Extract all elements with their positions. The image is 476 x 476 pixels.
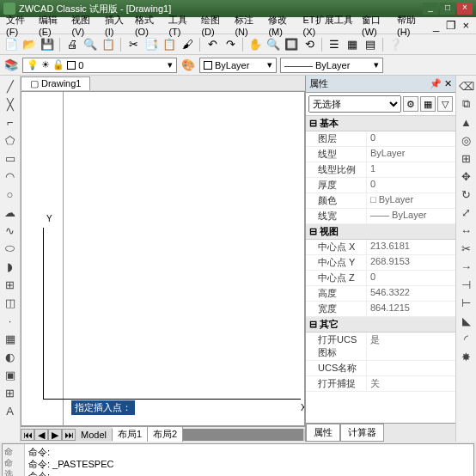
layer-combo[interactable]: 💡 ☀ 🔓 0 ▾ bbox=[22, 58, 177, 73]
menu-et-tools[interactable]: ET扩展工具(X) bbox=[300, 12, 357, 39]
prop-value[interactable]: 0 bbox=[366, 271, 455, 285]
publish-icon[interactable]: 📋 bbox=[101, 37, 116, 52]
point-icon[interactable]: · bbox=[2, 312, 19, 329]
hscroll-thumb[interactable] bbox=[183, 429, 303, 441]
arc-icon[interactable]: ◠ bbox=[2, 168, 19, 185]
prop-value[interactable]: □ ByLayer bbox=[366, 193, 455, 208]
rotate-icon[interactable]: ↻ bbox=[458, 186, 475, 203]
prop-value[interactable]: 1 bbox=[366, 162, 455, 177]
pan-icon[interactable]: ✋ bbox=[247, 37, 263, 52]
color-combo[interactable]: ByLayer ▾ bbox=[199, 58, 277, 73]
tool-palette-icon[interactable]: ▤ bbox=[363, 37, 378, 52]
drawing-canvas[interactable]: Y X 指定插入点： bbox=[21, 91, 305, 426]
doc-close-button[interactable]: × bbox=[460, 18, 473, 34]
circle-icon[interactable]: ○ bbox=[2, 186, 19, 203]
hatch-icon[interactable]: ▦ bbox=[2, 330, 19, 347]
polyline-icon[interactable]: ⌐ bbox=[2, 113, 19, 131]
tab-properties[interactable]: 属性 bbox=[306, 424, 340, 442]
prop-row[interactable]: 中心点 X213.6181 bbox=[306, 240, 455, 255]
prop-group[interactable]: ⊟ 其它 bbox=[306, 317, 455, 333]
next-tab-button[interactable]: ▶ bbox=[48, 429, 62, 441]
spline-icon[interactable]: ∿ bbox=[2, 222, 19, 239]
help-icon[interactable]: ❔ bbox=[388, 37, 403, 52]
menu-tools[interactable]: 工具(T) bbox=[166, 12, 197, 39]
doc-restore-button[interactable]: ❐ bbox=[444, 18, 457, 34]
line-icon[interactable]: ╱ bbox=[2, 77, 19, 95]
prop-value[interactable]: ByLayer bbox=[366, 147, 455, 162]
break-icon[interactable]: ⊣ bbox=[458, 276, 475, 293]
prop-value[interactable]: 是 bbox=[366, 333, 455, 360]
array-icon[interactable]: ⊞ bbox=[458, 150, 475, 167]
properties-grid[interactable]: ⊟ 基本图层0线型ByLayer线型比例1厚度0颜色□ ByLayer线宽—— … bbox=[306, 116, 455, 423]
prop-value[interactable]: 213.6181 bbox=[366, 240, 455, 254]
move-icon[interactable]: ✥ bbox=[458, 168, 475, 185]
prop-row[interactable]: 宽度864.1215 bbox=[306, 302, 455, 317]
revcloud-icon[interactable]: ☁ bbox=[2, 204, 19, 221]
menu-view[interactable]: 视图(V) bbox=[69, 12, 101, 39]
layout-tab-1[interactable]: 布局1 bbox=[113, 427, 148, 442]
menu-dimension[interactable]: 标注(N) bbox=[232, 12, 264, 39]
prop-value[interactable]: —— ByLayer bbox=[366, 209, 455, 223]
new-icon[interactable]: 📄 bbox=[3, 37, 19, 52]
prop-row[interactable]: 颜色□ ByLayer bbox=[306, 193, 455, 209]
doc-tab-drawing1[interactable]: ▢ Drawing1 bbox=[21, 76, 90, 90]
rectangle-icon[interactable]: ▭ bbox=[2, 150, 19, 167]
trim-icon[interactable]: ✂ bbox=[458, 240, 475, 257]
prop-row[interactable]: 厚度0 bbox=[306, 178, 455, 193]
print-icon[interactable]: 🖨 bbox=[64, 37, 80, 52]
undo-icon[interactable]: ↶ bbox=[204, 37, 220, 52]
region-icon[interactable]: ▣ bbox=[2, 366, 19, 383]
zoom-icon[interactable]: 🔍 bbox=[265, 37, 281, 52]
menu-help[interactable]: 帮助(H) bbox=[394, 12, 426, 39]
hscroll[interactable] bbox=[183, 429, 305, 441]
zoom-window-icon[interactable]: 🔲 bbox=[284, 37, 299, 52]
filter-icon[interactable]: ▽ bbox=[437, 96, 453, 112]
xline-icon[interactable]: ╳ bbox=[2, 95, 19, 113]
layer-manager-icon[interactable]: 📚 bbox=[3, 58, 19, 73]
stretch-icon[interactable]: ↔ bbox=[458, 222, 475, 239]
prop-value[interactable]: 268.9153 bbox=[366, 255, 455, 270]
scale-icon[interactable]: ⤢ bbox=[458, 204, 475, 221]
match-icon[interactable]: 🖌 bbox=[180, 37, 195, 52]
offset-icon[interactable]: ◎ bbox=[458, 131, 475, 149]
pin-close[interactable]: 📌 ✕ bbox=[430, 78, 452, 89]
menu-window[interactable]: 窗口(W) bbox=[359, 12, 393, 39]
tab-calculator[interactable]: 计算器 bbox=[340, 424, 384, 442]
command-window[interactable]: 命命选 命令: 命令: _PASTESPEC 命令: bbox=[2, 443, 474, 476]
save-icon[interactable]: 💾 bbox=[40, 37, 55, 52]
layout-tab-2[interactable]: 布局2 bbox=[148, 427, 183, 442]
menu-insert[interactable]: 插入(I) bbox=[102, 12, 131, 39]
prop-value[interactable]: 0 bbox=[366, 178, 455, 192]
prop-row[interactable]: UCS名称 bbox=[306, 361, 455, 376]
ellipse-arc-icon[interactable]: ◗ bbox=[2, 258, 19, 275]
prop-row[interactable]: 图层0 bbox=[306, 131, 455, 147]
prop-value[interactable]: 0 bbox=[366, 131, 455, 146]
copy-icon[interactable]: 📑 bbox=[143, 37, 159, 52]
prop-row[interactable]: 打开UCS图标是 bbox=[306, 333, 455, 361]
layer-prev-icon[interactable]: 🎨 bbox=[180, 58, 196, 73]
prop-group[interactable]: ⊟ 基本 bbox=[306, 116, 455, 131]
close-button[interactable]: × bbox=[457, 3, 473, 15]
text-icon[interactable]: A bbox=[2, 402, 19, 419]
prop-value[interactable] bbox=[366, 361, 455, 375]
menu-file[interactable]: 文件(F) bbox=[3, 12, 34, 39]
mirror-icon[interactable]: ▲ bbox=[458, 113, 475, 131]
doc-minimize-button[interactable]: _ bbox=[430, 18, 442, 34]
erase-icon[interactable]: ⌫ bbox=[458, 77, 475, 95]
prop-value[interactable]: 关 bbox=[366, 376, 455, 391]
prop-row[interactable]: 线宽—— ByLayer bbox=[306, 209, 455, 224]
menu-draw[interactable]: 绘图(D) bbox=[198, 12, 230, 39]
copy-obj-icon[interactable]: ⧉ bbox=[458, 95, 475, 113]
first-tab-button[interactable]: ⏮ bbox=[21, 429, 34, 441]
extend-icon[interactable]: → bbox=[458, 258, 475, 275]
prev-tab-button[interactable]: ◀ bbox=[34, 429, 48, 441]
prop-group[interactable]: ⊟ 视图 bbox=[306, 224, 455, 240]
last-tab-button[interactable]: ⏭ bbox=[62, 429, 76, 441]
table-icon[interactable]: ⊞ bbox=[2, 384, 19, 401]
selection-combo[interactable]: 无选择 bbox=[308, 95, 401, 113]
prop-row[interactable]: 线型ByLayer bbox=[306, 147, 455, 162]
join-icon[interactable]: ⊢ bbox=[458, 294, 475, 311]
maximize-button[interactable]: □ bbox=[440, 3, 455, 15]
preview-icon[interactable]: 🔍 bbox=[82, 37, 98, 52]
prop-row[interactable]: 中心点 Z0 bbox=[306, 271, 455, 286]
